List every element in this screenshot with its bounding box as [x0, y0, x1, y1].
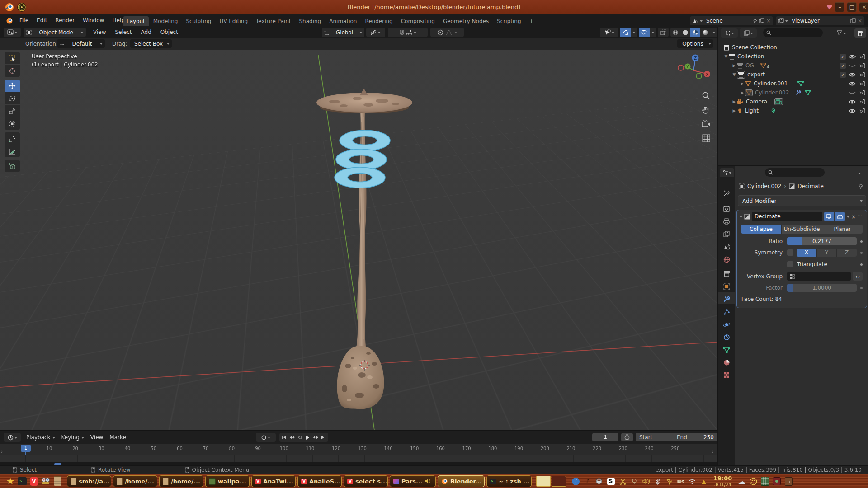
unlink-icon[interactable]: × — [766, 18, 771, 24]
mode-planar-button[interactable]: Planar — [822, 225, 863, 234]
taskbar-window-parole[interactable]: Pars... — [390, 475, 436, 487]
taskbar-window-wallpaper[interactable]: wallpa... — [205, 475, 250, 487]
tab-compositing[interactable]: Compositing — [397, 16, 439, 26]
launcher-file-cabinet-icon[interactable] — [52, 475, 63, 488]
options-button[interactable]: Options — [677, 39, 713, 48]
outliner-row-og[interactable]: ▶ OG 4 ✓ — [717, 61, 868, 70]
tab-object[interactable] — [721, 281, 732, 292]
expand-icon[interactable]: ▶ — [740, 90, 745, 95]
outliner-row-collection[interactable]: ▼ Collection ✓ — [717, 52, 868, 61]
taskbar-window-zsh[interactable]: >_ ~ : zsh ... — [486, 475, 532, 487]
overlays-dropdown[interactable] — [650, 28, 656, 37]
scene-selector[interactable]: Scene × — [690, 16, 773, 25]
blender-menu-icon[interactable] — [5, 17, 14, 25]
eye-open-icon[interactable] — [849, 81, 856, 86]
menu-window[interactable]: Window — [79, 14, 108, 27]
menu-add[interactable]: Add — [137, 27, 156, 38]
collection-checkbox[interactable]: ✓ — [840, 54, 846, 60]
tray-music-icon[interactable]: ♪ — [581, 475, 593, 488]
pivot-point-dropdown[interactable] — [366, 28, 385, 37]
gizmo-dropdown[interactable] — [631, 28, 637, 37]
menu-select[interactable]: Select — [110, 27, 136, 38]
tray-photos-icon[interactable] — [771, 475, 783, 488]
proportional-edit-icon[interactable] — [437, 29, 443, 36]
menu-object[interactable]: Object — [156, 27, 183, 38]
modifier-name-field[interactable]: Decimate — [752, 212, 822, 221]
light-data-icon[interactable] — [770, 108, 776, 114]
collection-checkbox[interactable]: ✓ — [840, 63, 846, 69]
taskbar-window-home1[interactable]: /home/... — [113, 475, 157, 487]
collection-checkbox[interactable]: ✓ — [840, 72, 846, 78]
symmetry-z-button[interactable]: Z — [836, 249, 857, 257]
symmetry-x-button[interactable]: X — [797, 249, 816, 257]
chevron-down-icon[interactable] — [414, 32, 416, 35]
modifier-extras-dropdown[interactable] — [847, 216, 849, 219]
tab-particles[interactable] — [721, 306, 732, 317]
symmetry-checkbox[interactable] — [787, 249, 793, 256]
transform-orientation-dropdown[interactable]: Global — [322, 28, 364, 37]
collapse-right-icon[interactable]: ‹ — [712, 449, 713, 454]
tray-clock[interactable]: 19:00 3/31/24 — [713, 475, 732, 487]
jump-prev-keyframe-button[interactable] — [288, 435, 296, 440]
editor-type-button[interactable] — [4, 28, 21, 37]
camera-view-icon[interactable] — [702, 120, 711, 127]
animate-dot-icon[interactable] — [860, 287, 863, 289]
record-icon[interactable] — [261, 435, 266, 440]
frame-end-field[interactable]: End 250 — [673, 433, 717, 441]
viewlayer-selector[interactable]: ViewLayer × — [776, 16, 864, 25]
menu-file[interactable]: File — [15, 14, 33, 27]
expand-icon[interactable]: ▶ — [731, 99, 737, 104]
pan-hand-icon[interactable] — [702, 106, 711, 115]
menu-view[interactable]: View — [89, 27, 110, 38]
vertex-group-field[interactable] — [787, 272, 851, 281]
tab-physics[interactable] — [721, 319, 732, 330]
outliner-row-scene-collection[interactable]: Scene Collection — [717, 43, 868, 52]
tool-cursor[interactable] — [5, 65, 20, 77]
properties-search[interactable] — [765, 168, 825, 177]
ratio-slider[interactable]: 0.2177 — [787, 237, 857, 245]
symmetry-y-button[interactable]: Y — [816, 249, 837, 257]
tab-rendering[interactable]: Rendering — [361, 16, 396, 26]
pin-icon[interactable] — [752, 19, 757, 23]
render-visibility-icon[interactable] — [859, 90, 865, 95]
tool-rotate[interactable] — [5, 92, 20, 104]
display-render-toggle[interactable] — [835, 212, 845, 221]
eye-open-icon[interactable] — [849, 72, 856, 77]
mode-unsubdivide-button[interactable]: Un-Subdivide — [781, 225, 822, 234]
tab-collection[interactable] — [721, 268, 732, 279]
maximize-button[interactable]: □ — [847, 2, 857, 12]
expand-icon[interactable]: ▶ — [731, 108, 737, 113]
viewport-3d[interactable]: User Perspective (1) export | Cylinder.0… — [0, 50, 717, 430]
new-collection-button[interactable] — [854, 28, 866, 38]
launcher-terminal-icon[interactable]: >_ — [16, 475, 28, 488]
render-visibility-icon[interactable] — [859, 108, 865, 113]
copy-icon[interactable] — [850, 18, 856, 23]
outliner-display-mode[interactable] — [740, 28, 757, 38]
tab-world[interactable] — [721, 254, 732, 265]
triangulate-checkbox[interactable] — [787, 261, 793, 267]
current-frame-badge[interactable]: 1 — [21, 445, 31, 452]
workspace-2[interactable] — [552, 476, 566, 487]
tool-scale[interactable] — [5, 105, 20, 117]
eye-open-icon[interactable] — [849, 54, 856, 59]
collapse-panel-icon[interactable] — [740, 216, 742, 219]
tab-texture-paint[interactable]: Texture Paint — [252, 16, 294, 26]
outliner-row-cylinder-002[interactable]: ▶ Cylinder.002 — [717, 88, 868, 97]
shading-wireframe-button[interactable] — [670, 28, 680, 37]
tab-geometry-nodes[interactable]: Geometry Nodes — [439, 16, 492, 26]
selectability-dropdown[interactable] — [600, 28, 618, 37]
play-button[interactable] — [303, 435, 312, 440]
jump-next-keyframe-button[interactable] — [312, 435, 320, 440]
drag-handle-icon[interactable]: ∷∷ — [858, 214, 864, 219]
tab-scene[interactable] — [721, 241, 732, 252]
breadcrumb-object[interactable]: Cylinder.002 — [747, 183, 781, 189]
outliner-row-export[interactable]: ▼ export ✓ — [717, 70, 868, 79]
tab-shading[interactable]: Shading — [295, 16, 325, 26]
outliner-row-cylinder-001[interactable]: ▶ Cylinder.001 — [717, 79, 868, 88]
remove-viewlayer-icon[interactable]: × — [858, 18, 862, 24]
falloff-curve-icon[interactable] — [445, 30, 453, 35]
tray-window-outline-icon[interactable] — [794, 475, 806, 488]
tab-material[interactable] — [721, 357, 732, 368]
outliner-row-camera[interactable]: ▶ Camera — [717, 97, 868, 106]
titlebar[interactable]: Blender [/home/amalie/Desktop/blender/fu… — [0, 0, 868, 14]
